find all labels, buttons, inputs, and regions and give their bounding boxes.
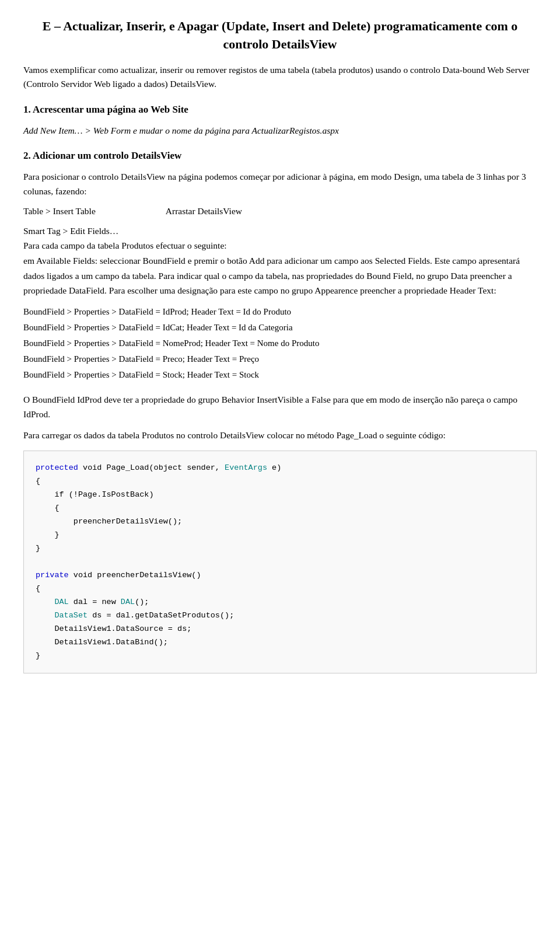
page-title: E – Actualizar, Inserir, e Apagar (Updat… <box>23 18 537 54</box>
section2-para3: O BoundField IdProd deve ter a proprieda… <box>23 392 537 422</box>
section2-para1: Para posicionar o controlo DetailsView n… <box>23 169 537 199</box>
section-1: 1. Acrescentar uma página ao Web Site Ad… <box>23 102 537 138</box>
code-type: DAL <box>121 598 135 606</box>
boundfield-item: BoundField > Properties > DataField = Id… <box>23 320 537 336</box>
code-text: dal = new <box>69 598 121 606</box>
table-insert-row: Table > Insert Table Arrastar DetailsVie… <box>23 206 537 217</box>
section-2: 2. Adicionar um controlo DetailsView Par… <box>23 148 537 673</box>
code-type: DataSet <box>54 611 88 620</box>
code-type: DAL <box>54 598 68 606</box>
code-type: EventArgs <box>225 463 267 472</box>
section1-heading: 1. Acrescentar uma página ao Web Site <box>23 102 537 117</box>
boundfield-item: BoundField > Properties > DataField = Pr… <box>23 351 537 367</box>
table-insert-left: Table > Insert Table <box>23 206 96 217</box>
section2-heading: 2. Adicionar um controlo DetailsView <box>23 148 537 163</box>
code-block: protected void Page_Load(object sender, … <box>23 451 537 673</box>
intro-paragraph: Vamos exemplificar como actualizar, inse… <box>23 63 537 92</box>
section2-para4: Para carregar os dados da tabela Produto… <box>23 428 537 443</box>
code-text: e) { if (!Page.IsPostBack) { preencherDe… <box>36 463 281 553</box>
code-keyword: private <box>36 571 69 580</box>
section1-text: Add New Item… > Web Form e mudar o nome … <box>23 123 537 138</box>
section2-para2: Smart Tag > Edit Fields… Para cada campo… <box>23 224 537 298</box>
code-keyword: protected <box>36 463 78 472</box>
table-insert-right: Arrastar DetailsView <box>166 206 242 217</box>
boundfield-list: BoundField > Properties > DataField = Id… <box>23 304 537 383</box>
code-text: void Page_Load(object sender, <box>83 463 225 472</box>
boundfield-item: BoundField > Properties > DataField = Id… <box>23 304 537 320</box>
boundfield-item: BoundField > Properties > DataField = St… <box>23 367 537 383</box>
boundfield-item: BoundField > Properties > DataField = No… <box>23 336 537 351</box>
